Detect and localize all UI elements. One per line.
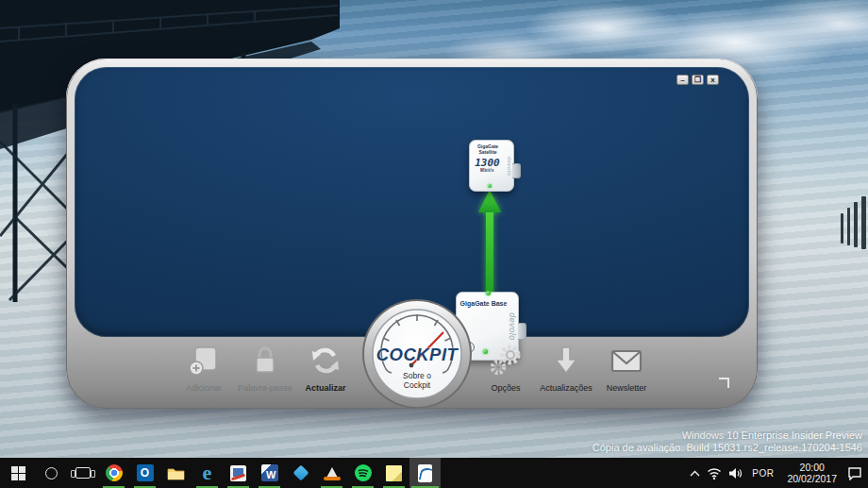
sticky-notes-icon	[386, 465, 402, 481]
link-led	[486, 291, 491, 295]
toolbar-button-actualizacoes[interactable]: Actualizações	[532, 340, 600, 393]
task-view-icon	[75, 467, 91, 479]
taskbar: O e W	[0, 458, 868, 488]
toolbar-label: Palavra-passe	[231, 383, 299, 393]
toolbar-button-newsletter[interactable]: Newsletter	[593, 340, 660, 393]
tray-network-button[interactable]	[707, 458, 722, 488]
vlc-icon	[326, 467, 339, 480]
device-name: GigaGate Satellite	[470, 143, 506, 155]
groyne-post	[847, 208, 850, 245]
toolbar-label: Newsletter	[593, 383, 660, 393]
device-gigagate-satellite[interactable]: GigaGate Satellite 1300 Mbit/s devolo	[469, 140, 514, 192]
refresh-icon	[292, 340, 359, 378]
window-resize-handle[interactable]	[719, 378, 729, 388]
toolbar-label: Actualizar	[292, 383, 359, 393]
taskbar-item-media-player[interactable]	[223, 458, 254, 488]
tray-date: 20/02/2017	[787, 473, 837, 484]
taskbar-item-file-explorer[interactable]	[160, 458, 192, 488]
watermark-line2: Cópia de avaliação. Build 15031.rs2_rele…	[593, 442, 862, 454]
spotify-icon	[355, 464, 372, 481]
language-indicator[interactable]: POR	[749, 458, 776, 488]
taskbar-item-devolo-cockpit[interactable]	[409, 458, 441, 488]
close-button[interactable]: x	[707, 75, 719, 85]
envelope-icon	[593, 340, 660, 378]
taskbar-item-outlook[interactable]: O	[129, 458, 160, 488]
file-explorer-icon	[167, 466, 185, 480]
groyne-post	[841, 213, 843, 244]
taskbar-item-spotify[interactable]	[347, 458, 378, 488]
svg-text:Sobre o: Sobre o	[403, 371, 431, 380]
add-device-icon	[170, 340, 238, 378]
device-connector-tab	[512, 163, 521, 178]
task-view-button[interactable]	[67, 458, 98, 488]
tray-time: 20:00	[787, 462, 837, 473]
wifi-icon	[707, 467, 722, 480]
toolbar-button-opcoes[interactable]: Opções	[472, 340, 540, 393]
clock[interactable]: 20:00 20/02/2017	[783, 458, 841, 488]
toolbar-button-palavra-passe[interactable]: Palavra-passe	[231, 340, 299, 393]
groyne-post	[854, 202, 858, 247]
tray-volume-button[interactable]	[728, 458, 743, 488]
svg-text:Cockpit: Cockpit	[404, 380, 431, 390]
action-center-icon	[847, 466, 862, 480]
cockpit-logo-text: COCKPIT	[376, 345, 459, 364]
minimize-button[interactable]: –	[676, 75, 689, 85]
toolbar-label: Adicionar	[170, 383, 238, 393]
kodi-icon	[292, 465, 309, 481]
maximize-button[interactable]: ❐	[692, 75, 704, 85]
cockpit-logo-about-button[interactable]: COCKPIT Sobre o Cockpit COCKPIT Sobre o …	[360, 297, 474, 411]
action-center-button[interactable]	[847, 458, 862, 488]
taskbar-item-word[interactable]: W	[254, 458, 285, 488]
windows-logo-icon	[11, 466, 25, 480]
toolbar-button-actualizar[interactable]: Actualizar	[292, 340, 359, 393]
device-connector-tab	[518, 323, 526, 340]
outlook-icon: O	[137, 464, 154, 481]
start-button[interactable]	[0, 458, 36, 488]
toolbar-label: Opções	[472, 383, 540, 393]
media-player-icon	[230, 465, 246, 481]
status-led	[488, 184, 492, 188]
connection-arrow	[475, 188, 505, 299]
devolo-cockpit-window: – ❐ x GigaGate Satellite 1300 Mb	[66, 59, 758, 409]
window-controls: – ❐ x	[676, 75, 719, 85]
edge-icon: e	[203, 463, 212, 482]
taskbar-item-sticky-notes[interactable]	[378, 458, 409, 488]
gears-icon	[472, 340, 540, 378]
data-rate: 1300 Mbit/s	[470, 158, 505, 173]
chrome-icon	[106, 464, 123, 481]
speaker-icon	[728, 467, 743, 480]
groyne-post	[861, 196, 866, 249]
rate-value: 1300	[470, 158, 505, 168]
taskbar-item-edge[interactable]: e	[192, 458, 223, 488]
taskbar-item-chrome[interactable]	[98, 458, 129, 488]
taskbar-item-vlc[interactable]	[316, 458, 347, 488]
devolo-brand-label: devolo	[508, 312, 517, 341]
windows-build-watermark: Windows 10 Enterprise Insider Preview Có…	[593, 429, 862, 454]
tray-chevron-button[interactable]	[690, 458, 700, 488]
taskbar-item-kodi[interactable]	[285, 458, 316, 488]
download-arrow-icon	[532, 340, 600, 378]
toolbar-label: Actualizações	[532, 383, 600, 393]
search-button[interactable]	[36, 458, 67, 488]
word-icon: W	[261, 464, 278, 481]
lock-icon	[231, 340, 299, 378]
chevron-up-icon	[690, 470, 700, 477]
desktop: Windows 10 Enterprise Insider Preview Có…	[0, 0, 868, 488]
system-tray: POR 20:00 20/02/2017	[690, 458, 868, 488]
watermark-line1: Windows 10 Enterprise Insider Preview	[593, 429, 862, 442]
cortana-search-icon	[45, 467, 58, 480]
devolo-cockpit-icon	[418, 464, 432, 482]
toolbar-button-adicionar[interactable]: Adicionar	[170, 340, 238, 393]
